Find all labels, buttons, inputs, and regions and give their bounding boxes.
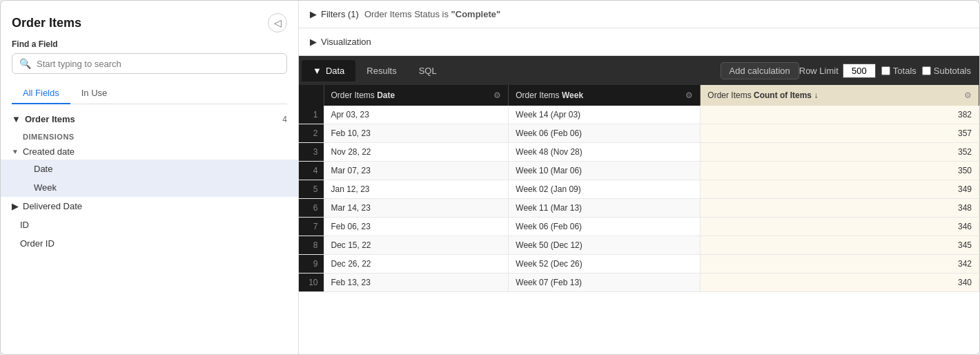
field-item-id[interactable]: ID	[1, 215, 298, 234]
row-num: 7	[299, 218, 324, 236]
table-row: 9Dec 26, 22Week 52 (Dec 26)342	[299, 255, 979, 274]
collapse-icon: ◁	[274, 17, 282, 28]
cell-count: 340	[700, 274, 979, 292]
field-item-order-id[interactable]: Order ID	[1, 234, 298, 253]
data-toolbar: ▼ Data Results SQL Add calculation Row L…	[299, 56, 979, 85]
date-col-gear-icon[interactable]: ⚙	[493, 90, 501, 100]
cell-week: Week 14 (Apr 03)	[509, 106, 700, 124]
cell-week: Week 52 (Dec 26)	[509, 255, 700, 274]
row-num: 6	[299, 199, 324, 218]
cell-week: Week 02 (Jan 09)	[509, 180, 700, 199]
search-box: 🔍	[12, 53, 287, 74]
tab-sql[interactable]: SQL	[408, 60, 448, 81]
cell-date: Apr 03, 23	[324, 106, 509, 124]
search-icon: 🔍	[19, 58, 31, 69]
viz-arrow-icon: ▶	[310, 37, 317, 47]
tab-data-label: Data	[326, 66, 344, 76]
tab-all-fields[interactable]: All Fields	[12, 82, 70, 104]
cell-week: Week 50 (Dec 12)	[509, 236, 700, 255]
cell-count: 346	[700, 218, 979, 236]
row-num: 3	[299, 143, 324, 162]
data-table-container: Order Items Date ⚙ Order Items Week ⚙	[299, 85, 979, 354]
table-row: 4Mar 07, 23Week 10 (Mar 06)350	[299, 162, 979, 180]
table-row: 10Feb 13, 23Week 07 (Feb 13)340	[299, 274, 979, 292]
cell-count: 357	[700, 124, 979, 143]
delivered-date-group[interactable]: ▶ Delivered Date	[1, 197, 298, 215]
cell-week: Week 11 (Mar 13)	[509, 199, 700, 218]
totals-checkbox[interactable]	[881, 66, 890, 75]
cell-count: 350	[700, 162, 979, 180]
row-num: 9	[299, 255, 324, 274]
collapse-sidebar-button[interactable]: ◁	[268, 13, 287, 32]
cell-date: Feb 10, 23	[324, 124, 509, 143]
week-col-gear-icon[interactable]: ⚙	[685, 90, 693, 100]
cell-date: Dec 26, 22	[324, 255, 509, 274]
row-num: 5	[299, 180, 324, 199]
subtotals-checkbox[interactable]	[922, 66, 931, 75]
group-count: 4	[282, 115, 287, 124]
row-num: 1	[299, 106, 324, 124]
row-num-header	[299, 85, 324, 106]
data-table: Order Items Date ⚙ Order Items Week ⚙	[299, 85, 979, 292]
sidebar-title: Order Items	[12, 16, 81, 30]
cell-count: 348	[700, 199, 979, 218]
search-input[interactable]	[37, 59, 280, 69]
cell-date: Nov 28, 22	[324, 143, 509, 162]
row-limit-area: Row Limit	[799, 64, 881, 78]
main-content: ▶ Filters (1) Order Items Status is "Com…	[299, 1, 979, 354]
tab-results[interactable]: Results	[355, 60, 407, 81]
filters-label: Filters (1)	[321, 9, 359, 19]
tab-data[interactable]: ▼ Data	[302, 60, 355, 81]
field-list: ▼ Order Items 4 DIMENSIONS ▼ Created dat…	[1, 104, 298, 354]
filters-toggle[interactable]: ▶ Filters (1)	[310, 9, 359, 19]
tab-in-use[interactable]: In Use	[70, 82, 119, 104]
field-group-order-items[interactable]: ▼ Order Items 4	[1, 110, 298, 128]
tab-sql-label: SQL	[419, 66, 437, 76]
dimensions-label: DIMENSIONS	[1, 128, 298, 144]
row-num: 10	[299, 274, 324, 292]
filters-arrow-icon: ▶	[310, 9, 317, 19]
col-header-date: Order Items Date ⚙	[324, 85, 509, 106]
row-limit-input[interactable]	[843, 64, 876, 78]
tab-results-label: Results	[366, 66, 396, 76]
group-arrow-icon: ▼	[12, 114, 21, 124]
add-calculation-button[interactable]: Add calculation	[721, 62, 799, 79]
cell-week: Week 07 (Feb 13)	[509, 274, 700, 292]
created-date-arrow: ▼	[12, 148, 19, 155]
cell-count: 352	[700, 143, 979, 162]
count-col-gear-icon[interactable]: ⚙	[964, 90, 972, 100]
cell-date: Dec 15, 22	[324, 236, 509, 255]
table-row: 6Mar 14, 23Week 11 (Mar 13)348	[299, 199, 979, 218]
subtotals-label: Subtotals	[934, 66, 971, 76]
col-header-week: Order Items Week ⚙	[509, 85, 700, 106]
cell-count: 382	[700, 106, 979, 124]
find-field-label: Find a Field	[1, 39, 298, 53]
data-area: ▼ Data Results SQL Add calculation Row L…	[299, 56, 979, 354]
cell-date: Jan 12, 23	[324, 180, 509, 199]
cell-week: Week 48 (Nov 28)	[509, 143, 700, 162]
group-title: Order Items	[25, 114, 75, 124]
tab-data-arrow: ▼	[313, 66, 322, 76]
tab-row: All Fields In Use	[12, 82, 287, 104]
cell-count: 345	[700, 236, 979, 255]
visualization-bar[interactable]: ▶ Visualization	[299, 28, 979, 56]
filters-bar: ▶ Filters (1) Order Items Status is "Com…	[299, 1, 979, 28]
row-limit-label: Row Limit	[799, 66, 839, 76]
field-item-week[interactable]: Week	[1, 178, 298, 197]
totals-label: Totals	[893, 66, 917, 76]
field-item-date[interactable]: Date	[1, 160, 298, 178]
created-date-label: Created date	[23, 146, 75, 157]
table-row: 5Jan 12, 23Week 02 (Jan 09)349	[299, 180, 979, 199]
sidebar-header: Order Items ◁	[1, 1, 298, 39]
table-row: 3Nov 28, 22Week 48 (Nov 28)352	[299, 143, 979, 162]
cell-week: Week 06 (Feb 06)	[509, 124, 700, 143]
table-row: 8Dec 15, 22Week 50 (Dec 12)345	[299, 236, 979, 255]
totals-checkbox-area: Totals	[881, 66, 922, 76]
col-header-count: Order Items Count of Items ↓ ⚙	[700, 85, 979, 106]
visualization-label: Visualization	[321, 37, 371, 47]
row-num: 8	[299, 236, 324, 255]
delivered-date-label: Delivered Date	[23, 201, 82, 211]
table-row: 2Feb 10, 23Week 06 (Feb 06)357	[299, 124, 979, 143]
cell-week: Week 06 (Feb 06)	[509, 218, 700, 236]
created-date-group[interactable]: ▼ Created date	[1, 144, 298, 160]
